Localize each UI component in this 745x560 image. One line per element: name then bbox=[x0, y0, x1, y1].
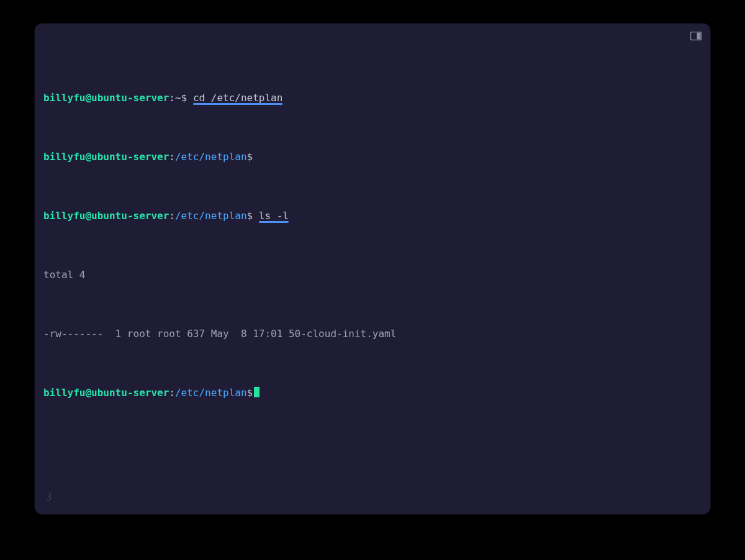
prompt-colon: : bbox=[169, 92, 175, 104]
terminal-line: -rw------- 1 root root 637 May 8 17:01 5… bbox=[43, 328, 702, 340]
prompt-user: billyfu bbox=[43, 151, 85, 163]
terminal-output[interactable]: billyfu@ubuntu-server:~$ cd /etc/netplan… bbox=[43, 45, 702, 434]
prompt-user: billyfu bbox=[43, 210, 85, 222]
terminal-window[interactable]: billyfu@ubuntu-server:~$ cd /etc/netplan… bbox=[35, 24, 710, 514]
prompt-dollar: $ bbox=[247, 151, 253, 163]
prompt-colon: : bbox=[169, 151, 175, 163]
prompt-host: ubuntu-server bbox=[91, 151, 169, 163]
prompt-host: ubuntu-server bbox=[91, 387, 169, 399]
prompt-colon: : bbox=[169, 387, 175, 399]
prompt-cwd-path: /etc/netplan bbox=[175, 151, 247, 163]
prompt-at: @ bbox=[85, 387, 91, 399]
prompt-at: @ bbox=[85, 92, 91, 104]
terminal-line: billyfu@ubuntu-server:/etc/netplan$ ls -… bbox=[43, 210, 702, 222]
prompt-cwd-home: ~ bbox=[175, 92, 181, 104]
cursor-block bbox=[254, 387, 260, 397]
svg-rect-1 bbox=[697, 33, 701, 40]
cmd-space bbox=[187, 92, 193, 104]
command-text: cd /etc/netplan bbox=[193, 92, 283, 104]
prompt-host: ubuntu-server bbox=[91, 92, 169, 104]
terminal-line: billyfu@ubuntu-server:/etc/netplan$ bbox=[43, 151, 702, 163]
ls-entry: -rw------- 1 root root 637 May 8 17:01 5… bbox=[43, 328, 396, 340]
highlight-cmd-1: cd /etc/netplan bbox=[193, 92, 283, 104]
prompt-at: @ bbox=[85, 151, 91, 163]
footer-hint: 3 bbox=[46, 491, 52, 503]
prompt-cwd-path: /etc/netplan bbox=[175, 210, 247, 222]
terminal-line: billyfu@ubuntu-server:~$ cd /etc/netplan bbox=[43, 92, 702, 104]
prompt-colon: : bbox=[169, 210, 175, 222]
command-text: ls -l bbox=[259, 210, 289, 222]
terminal-line: billyfu@ubuntu-server:/etc/netplan$ bbox=[43, 387, 702, 399]
highlight-cmd-2: ls -l bbox=[259, 210, 289, 222]
cmd-space bbox=[253, 210, 259, 222]
prompt-host: ubuntu-server bbox=[91, 210, 169, 222]
panel-split-icon[interactable] bbox=[690, 31, 702, 40]
prompt-user: billyfu bbox=[43, 92, 85, 104]
ls-total: total 4 bbox=[43, 269, 85, 281]
prompt-cwd-path: /etc/netplan bbox=[175, 387, 247, 399]
prompt-dollar: $ bbox=[247, 210, 253, 222]
prompt-dollar: $ bbox=[181, 92, 187, 104]
prompt-user: billyfu bbox=[43, 387, 85, 399]
terminal-line: total 4 bbox=[43, 269, 702, 281]
prompt-dollar: $ bbox=[247, 387, 253, 399]
prompt-at: @ bbox=[85, 210, 91, 222]
